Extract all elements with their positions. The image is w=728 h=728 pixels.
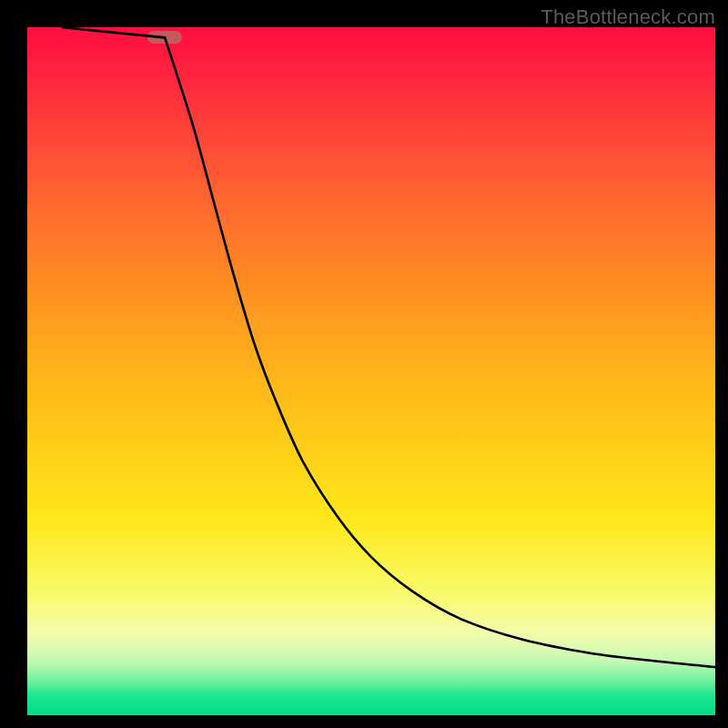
watermark-text: TheBottleneck.com: [541, 5, 715, 29]
bottleneck-curve: [27, 27, 715, 715]
curve-path: [62, 27, 715, 667]
figure-frame: TheBottleneck.com: [0, 0, 728, 728]
plot-area: [27, 27, 715, 715]
